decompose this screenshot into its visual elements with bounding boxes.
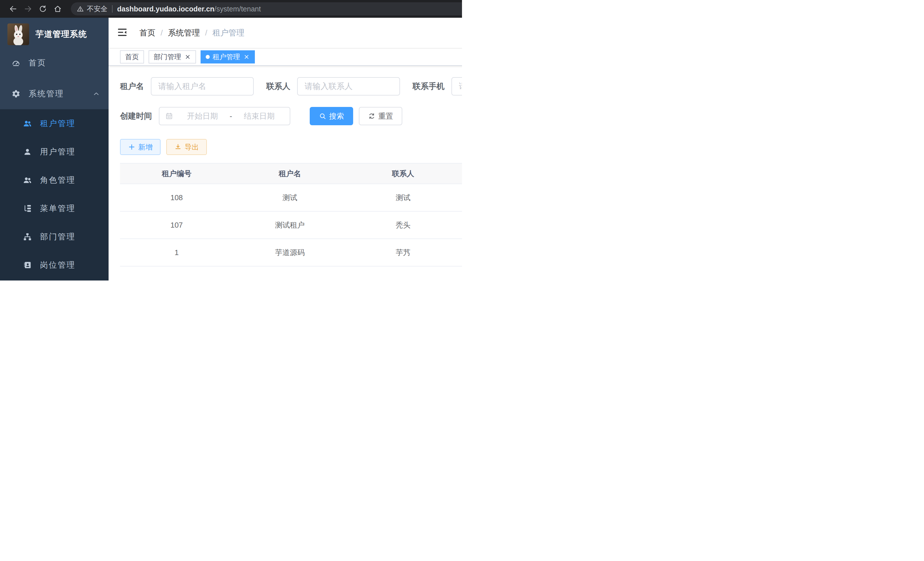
browser-home-icon[interactable] <box>50 2 65 16</box>
phone-input[interactable] <box>452 77 462 96</box>
contact-label: 联系人 <box>266 81 297 92</box>
cell-contact: 秃头 <box>346 211 460 239</box>
cell-id: 108 <box>120 184 233 211</box>
calendar-icon <box>165 112 173 120</box>
address-divider <box>112 5 112 13</box>
not-secure-warning-icon <box>76 5 84 13</box>
sidebar-item-label: 租户管理 <box>40 118 75 129</box>
screen: 不安全 dashboard.yudao.iocoder.cn/system/te… <box>0 0 462 281</box>
create-time-label: 创建时间 <box>120 111 159 122</box>
plus-icon <box>128 143 135 151</box>
sidebar-item-7[interactable]: 岗位管理 <box>0 251 109 279</box>
gauge-icon <box>11 58 21 68</box>
org-icon <box>23 232 32 241</box>
tenant-name-label: 租户名 <box>120 81 151 92</box>
app-title: 芋道管理系统 <box>35 29 87 40</box>
sidebar-item-0[interactable]: 首页 <box>0 47 109 78</box>
cell-name: 芋道源码 <box>233 239 346 266</box>
sidebar-item-3[interactable]: 用户管理 <box>0 138 109 166</box>
phone-label: 联系手机 <box>412 81 452 92</box>
tag-tab-1[interactable]: 部门管理 <box>148 50 196 63</box>
sidebar: 芋道管理系统 首页系统管理租户管理用户管理角色管理菜单管理部门管理岗位管理字典管… <box>0 18 109 281</box>
browser-forward-icon[interactable] <box>21 2 35 16</box>
close-icon[interactable] <box>243 54 250 60</box>
cell-contact: 芋艿 <box>346 239 460 266</box>
address-bar[interactable]: 不安全 dashboard.yudao.iocoder.cn/system/te… <box>71 2 462 15</box>
breadcrumb-system[interactable]: 系统管理 <box>168 27 200 38</box>
table-row: 107测试租户秃头15601691300关闭2021-12-14 20:49:4… <box>120 211 462 239</box>
cell-phone: 15601691300 <box>460 211 462 239</box>
search-icon <box>319 112 326 120</box>
tag-label: 首页 <box>125 52 139 62</box>
tenant-name-input[interactable] <box>151 77 254 96</box>
tree-icon <box>23 204 32 213</box>
browser-back-icon[interactable] <box>6 2 21 16</box>
table-toolbar: 新增 导出 <box>120 139 462 155</box>
cell-id: 107 <box>120 211 233 239</box>
column-header-3: 联系手机 <box>460 163 462 184</box>
table-header-row: 租户编号租户名联系人联系手机租户状态创建时间操作 <box>120 163 462 184</box>
user-icon <box>23 147 32 156</box>
url-text: dashboard.yudao.iocoder.cn/system/tenant <box>117 5 261 13</box>
tag-label: 租户管理 <box>213 52 240 62</box>
sidebar-item-label: 岗位管理 <box>40 260 75 271</box>
table-row: 108测试测试15601691300关闭2021-12-14 21:02:09修… <box>120 184 462 211</box>
sidebar-item-label: 首页 <box>28 57 46 68</box>
date-range-picker[interactable]: 开始日期 - 结束日期 <box>159 107 290 125</box>
active-dot <box>206 55 210 59</box>
sidebar-item-6[interactable]: 部门管理 <box>0 223 109 251</box>
breadcrumb: 首页 / 系统管理 / 租户管理 <box>140 27 244 38</box>
column-header-0: 租户编号 <box>120 163 233 184</box>
export-button[interactable]: 导出 <box>166 139 207 155</box>
sidebar-item-5[interactable]: 菜单管理 <box>0 194 109 223</box>
logo-row: 芋道管理系统 <box>0 18 109 47</box>
url-host: dashboard.yudao.iocoder.cn <box>117 5 214 13</box>
users-icon <box>23 176 32 185</box>
cell-phone: 17321315478 <box>460 239 462 266</box>
date-separator: - <box>227 112 235 121</box>
badge-icon <box>23 260 32 270</box>
contact-input[interactable] <box>297 77 400 96</box>
cell-phone: 15601691300 <box>460 184 462 211</box>
sidebar-item-2[interactable]: 租户管理 <box>0 109 109 138</box>
table-body: 108测试测试15601691300关闭2021-12-14 21:02:09修… <box>120 184 462 266</box>
end-date-placeholder[interactable]: 结束日期 <box>234 111 284 121</box>
sidebar-item-label: 角色管理 <box>40 175 75 186</box>
logo-image <box>8 23 29 45</box>
search-button[interactable]: 搜索 <box>310 107 353 125</box>
browser-reload-icon[interactable] <box>35 2 50 16</box>
breadcrumb-separator: / <box>205 28 207 38</box>
users-icon <box>23 119 32 128</box>
sidebar-item-1[interactable]: 系统管理 <box>0 78 109 109</box>
column-header-1: 租户名 <box>233 163 346 184</box>
sidebar-item-8[interactable]: 字典管理 <box>0 279 109 281</box>
download-icon <box>174 143 182 151</box>
browser-toolbar: 不安全 dashboard.yudao.iocoder.cn/system/te… <box>0 0 462 18</box>
sidebar-item-label: 菜单管理 <box>40 203 75 214</box>
add-button[interactable]: 新增 <box>120 139 160 155</box>
table-row: 1芋道源码芋艿17321315478开启2021-01-05 17:03:47修… <box>120 239 462 266</box>
tags-view-bar: 首页部门管理租户管理 <box>109 49 462 66</box>
sidebar-menu: 首页系统管理租户管理用户管理角色管理菜单管理部门管理岗位管理字典管理通知公告审计… <box>0 47 109 281</box>
tag-tab-2[interactable]: 租户管理 <box>201 50 255 63</box>
breadcrumb-separator: / <box>160 28 163 38</box>
sidebar-item-label: 用户管理 <box>40 146 75 157</box>
sidebar-item-4[interactable]: 角色管理 <box>0 166 109 194</box>
tenant-table: 租户编号租户名联系人联系手机租户状态创建时间操作 108测试测试15601691… <box>120 163 462 266</box>
filter-row-1: 租户名 联系人 联系手机 租户状态 <box>120 77 462 96</box>
url-path: /system/tenant <box>214 5 261 13</box>
sidebar-collapse-icon[interactable] <box>117 27 129 39</box>
refresh-icon <box>368 112 375 120</box>
page-content: 租户名 联系人 联系手机 租户状态 <box>109 66 462 281</box>
tag-tab-0[interactable]: 首页 <box>120 50 144 63</box>
sidebar-item-label: 部门管理 <box>40 231 75 242</box>
cell-name: 测试 <box>233 184 346 211</box>
cell-id: 1 <box>120 239 233 266</box>
header-bar: 首页 / 系统管理 / 租户管理 <box>109 18 462 49</box>
close-icon[interactable] <box>184 54 191 60</box>
breadcrumb-home[interactable]: 首页 <box>140 27 155 38</box>
reset-button[interactable]: 重置 <box>359 107 402 125</box>
sidebar-item-label: 系统管理 <box>28 88 64 99</box>
start-date-placeholder[interactable]: 开始日期 <box>178 111 227 121</box>
breadcrumb-current: 租户管理 <box>213 27 244 38</box>
